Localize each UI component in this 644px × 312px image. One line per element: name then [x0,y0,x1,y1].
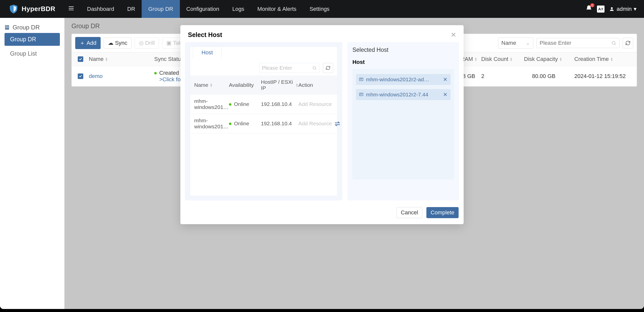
row-created: 2024-01-12 15:19:52 [574,73,635,80]
top-nav: HyperBDR Dashboard DR Group DR Configura… [0,0,644,18]
host-avail: Online [229,121,261,127]
modal-search-placeholder: Please Enter [262,65,292,71]
row-disk-count: 2 [481,73,524,80]
host-table: Name▲▼ Availability HostIP / ESXi IP▲▼ A… [190,75,337,133]
col-sync-status[interactable]: Sync Status [154,56,184,62]
host-ip: 192.168.10.4 [261,121,298,127]
tab-host[interactable]: Host [193,47,222,58]
sort-icon: ▲▼ [610,57,613,61]
user-name: admin [617,6,632,12]
selected-host-name: mhm-windows2012r2-ad… [366,76,429,83]
add-button[interactable]: ＋Add [75,37,101,49]
drill-button-label: Drill [145,40,155,46]
sidebar-item-group-dr[interactable]: Group DR [5,33,60,46]
row-ram: 8 GB [463,73,481,80]
status-dot-icon [229,103,231,106]
sync-button[interactable]: ☁ Sync [104,37,132,49]
menu-toggle-icon[interactable] [62,5,80,13]
chevron-down-icon: ⌄ [526,40,530,46]
nav-logs[interactable]: Logs [226,0,251,18]
nav-group-dr[interactable]: Group DR [142,0,180,18]
plus-icon: ＋ [79,39,85,47]
language-toggle[interactable]: A文 [597,6,605,13]
host-row: mhm-windows201… Online 192.168.10.4 Add … [190,114,337,133]
svg-rect-4 [6,27,7,28]
target-icon: ◎ [139,40,144,46]
sidebar-header: Group DR [0,20,64,33]
svg-point-7 [313,66,316,69]
refresh-button[interactable] [623,38,633,48]
filter-search-input[interactable] [540,40,609,46]
selected-list: mhm-windows2012r2-ad… ✕ mhm-windows2012r… [352,69,454,180]
transfer-icon [334,120,341,129]
user-menu[interactable]: admin ▾ [609,6,636,12]
svg-point-0 [611,7,613,9]
sort-icon: ▲▼ [559,57,562,61]
row-status-text: Created [159,70,179,76]
brand-name: HyperBDR [22,5,55,13]
close-icon[interactable]: ✕ [451,31,456,38]
hcol-name[interactable]: Name [194,82,208,88]
refresh-icon [326,65,331,70]
row-name-link[interactable]: demo [89,73,154,80]
available-hosts-pane: Host Please Enter Name▲▼ Availability Ho… [185,42,342,201]
hcol-avail[interactable]: Availability [229,82,254,88]
nav-settings[interactable]: Settings [303,0,336,18]
notifications-button[interactable]: 0 [585,5,592,13]
status-dot-icon [229,123,231,125]
nav-dr[interactable]: DR [121,0,142,18]
row-disk-cap: 80.00 GB [524,73,574,80]
sidebar-item-group-list[interactable]: Group List [0,47,64,60]
selected-hosts-pane: Selected Host Host mhm-windows2012r2-ad…… [347,42,459,201]
col-disk-capacity[interactable]: Disk Capacity [524,56,558,62]
modal-refresh-button[interactable] [323,63,333,73]
sort-icon: ▲▼ [210,83,213,87]
sort-icon: ▲▼ [105,57,108,61]
row-status-link[interactable]: >Click fo [159,76,181,83]
nav-configuration[interactable]: Configuration [180,0,226,18]
nav-items: Dashboard DR Group DR Configuration Logs… [80,0,336,18]
row-checkbox[interactable] [78,73,83,79]
modal-search[interactable]: Please Enter [259,63,319,73]
col-name[interactable]: Name [89,56,104,62]
modal-title: Select Host [188,31,222,38]
svg-rect-1 [5,25,9,30]
remove-tag-icon[interactable]: ✕ [443,92,448,98]
building-icon [4,24,10,30]
add-resource-action: Add Resource [298,101,333,107]
hcol-action: Action [298,82,313,88]
selected-host-name: mhm-windows2012r2-7.44 [366,92,428,98]
select-all-checkbox[interactable] [78,56,83,62]
host-row: mhm-windows201… Online 192.168.10.4 Add … [190,95,337,114]
sidebar-title: Group DR [13,24,40,31]
box-icon: ▣ [166,40,172,46]
col-creation-time[interactable]: Creation Time [574,56,609,62]
host-icon [359,92,364,97]
sort-icon: ▲▼ [296,83,298,87]
host-name: mhm-windows201… [194,98,229,110]
search-icon [611,41,616,46]
hcol-ip[interactable]: HostIP / ESXi IP [261,79,294,91]
nav-monitor-alerts[interactable]: Monitor & Alerts [251,0,303,18]
filter-search[interactable] [536,38,620,48]
drill-button: ◎ Drill [135,37,159,49]
sort-icon: ▲▼ [474,57,477,61]
cancel-button[interactable]: Cancel [396,207,422,218]
sidebar: Group DR Group DR Group List [0,18,64,309]
svg-rect-2 [6,26,7,27]
select-host-modal: Select Host ✕ Host Please Enter Name▲▼ [180,25,464,224]
sync-button-label: Sync [115,40,127,46]
sort-icon: ▲▼ [510,57,513,61]
host-table-header: Name▲▼ Availability HostIP / ESXi IP▲▼ A… [190,75,337,95]
add-button-label: Add [87,40,96,46]
filter-field-select[interactable]: Name ⌄ [498,37,533,49]
cloud-icon: ☁ [108,40,113,46]
svg-rect-5 [8,27,8,28]
chevron-down-icon: ▾ [634,6,636,12]
col-disk-count[interactable]: Disk Count [481,56,508,62]
nav-dashboard[interactable]: Dashboard [80,0,121,18]
remove-tag-icon[interactable]: ✕ [443,76,448,83]
svg-rect-3 [8,26,8,27]
status-dot-icon [154,72,157,74]
complete-button[interactable]: Complete [426,207,459,218]
